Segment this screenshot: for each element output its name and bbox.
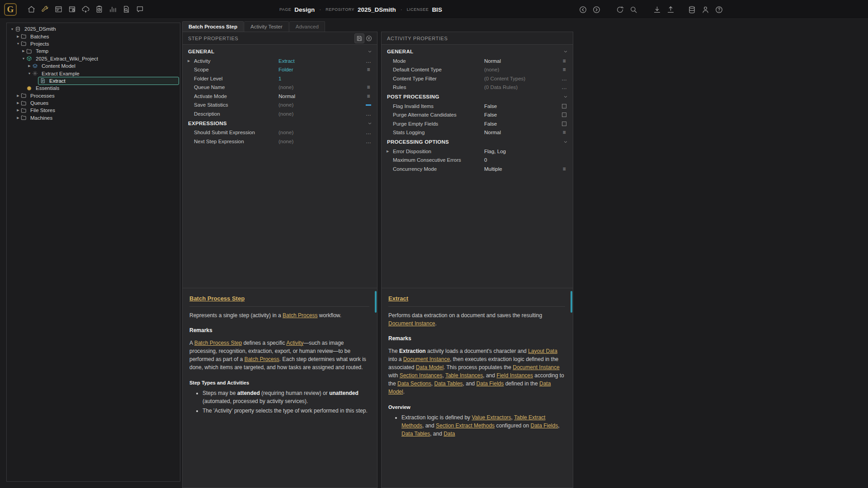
property-row-activity[interactable]: ▶ Activity Extract … [183,56,377,66]
design-tools-button[interactable] [40,4,50,14]
doc-link[interactable]: Layout Data [528,348,557,354]
expander-icon[interactable]: ▶ [21,49,26,53]
licensee-name[interactable]: BIS [432,6,442,13]
expander-icon[interactable]: ▶ [15,94,21,98]
expander-icon[interactable]: ▼ [21,57,26,60]
tree-item-batches[interactable]: ▶ Batches [7,33,180,40]
expand-arrow-icon[interactable]: ▶ [188,59,194,63]
tree-item-machines[interactable]: ▶ Machines [7,114,180,122]
expander-icon[interactable]: ▶ [15,108,21,112]
property-value[interactable]: Normal [484,130,560,135]
property-row-mode[interactable]: Mode Normal ≡ [382,56,573,66]
tree-item-file-stores[interactable]: ▶ File Stores [7,107,180,114]
tree-item-temp[interactable]: ▶ Temp [7,47,180,55]
property-row-default-content-type[interactable]: Default Content Type (none) ≡ [382,66,573,75]
tasks-button[interactable] [94,4,104,14]
doc-link[interactable]: Field Instances [496,372,533,379]
property-value[interactable]: (none) [278,130,364,135]
property-row-scope[interactable]: Scope Folder ≡ [183,66,377,75]
property-value[interactable]: 0 [484,157,560,163]
doc-link[interactable]: Data Tables [434,380,462,387]
menu-button[interactable]: ≡ [560,129,569,136]
doc-title-link[interactable]: Batch Process Step [189,295,245,302]
expander-icon[interactable]: ▼ [9,28,15,31]
property-row-purge-alternate-candidates[interactable]: Purge Alternate Candidates False [382,111,573,120]
property-value[interactable]: (none) [278,102,364,108]
app-logo[interactable]: G [4,3,17,16]
menu-button[interactable]: ≡ [364,84,373,90]
section-general[interactable]: GENERAL [382,47,573,56]
property-row-concurrency-mode[interactable]: Concurrency Mode Multiple ≡ [382,164,573,174]
doc-link[interactable]: Activity [286,340,303,346]
doc-link[interactable]: Section Extract Methods [436,422,495,429]
property-row-error-disposition[interactable]: ▶ Error Disposition Flag, Log [382,147,573,156]
property-value[interactable]: Multiple [484,166,560,172]
property-row-maximum-consecutive-errors[interactable]: Maximum Consecutive Errors 0 [382,156,573,165]
menu-button[interactable]: ≡ [364,66,373,73]
expander-icon[interactable]: ▼ [15,42,21,45]
save-button[interactable] [354,33,364,43]
tree-item-extract-selected[interactable]: Extract [7,77,180,84]
stats-button[interactable] [108,4,118,14]
search-button[interactable] [628,5,639,15]
download-button[interactable] [652,5,662,15]
cancel-button[interactable] [364,34,373,43]
doc-link[interactable]: Data [443,431,455,437]
section-post-processing[interactable]: POST PROCESSING [382,92,573,102]
batches-button[interactable] [67,4,77,14]
expander-icon[interactable]: ▶ [15,35,21,38]
chat-button[interactable] [135,4,145,14]
navigate-back-button[interactable] [578,5,588,15]
tab-activity-tester[interactable]: Activity Tester [244,21,289,32]
property-row-should-submit-expression[interactable]: Should Submit Expression (none) … [183,128,377,137]
menu-button[interactable]: ≡ [364,93,373,99]
tree-item-essentials[interactable]: Essentials [7,84,180,92]
property-row-next-step-expression[interactable]: Next Step Expression (none) … [183,137,377,146]
section-general[interactable]: GENERAL [183,47,377,56]
doc-link[interactable]: Batch Process Step [194,340,242,346]
doc-link[interactable]: Data Tables [401,431,430,437]
doc-link[interactable]: Table Instances [445,372,483,379]
tree-item-repository-root[interactable]: ▼ 2025_DSmith [7,25,180,33]
ellipsis-button[interactable]: … [364,111,373,117]
ellipsis-button[interactable]: … [364,138,373,145]
checkbox[interactable] [562,104,566,108]
property-row-stats-logging[interactable]: Stats Logging Normal ≡ [382,128,573,137]
chevron-down-icon[interactable] [563,139,568,145]
property-value[interactable]: False [484,103,560,109]
tree-item-extract-wiki-project[interactable]: ▼ 2025_Extract_Wiki_Project [7,55,180,62]
property-value[interactable]: (none) [278,139,364,144]
doc-title-link[interactable]: Extract [388,295,408,302]
doc-link[interactable]: Value Extractors [472,414,511,421]
property-value[interactable]: False [484,112,560,117]
tree-item-extract-example[interactable]: ▼ Extract Example [7,70,180,77]
expander-icon[interactable]: ▶ [15,101,21,105]
property-value[interactable]: 1 [278,76,364,81]
chevron-down-icon[interactable] [563,94,568,99]
menu-button[interactable]: ≡ [560,166,569,172]
doc-link[interactable]: Batch Process [244,356,279,362]
property-row-queue-name[interactable]: Queue Name (none) ≡ [183,83,377,92]
property-row-save-statistics[interactable]: Save Statistics (none) [183,101,377,110]
expander-icon[interactable]: ▶ [15,116,21,120]
selected-tree-item-box[interactable]: Extract [38,77,179,85]
refresh-button[interactable] [615,5,625,15]
checkbox[interactable] [562,122,566,126]
docs-scrollbar-thumb[interactable] [571,291,572,313]
repository-button[interactable] [687,5,697,15]
doc-link[interactable]: Section Instances [400,372,443,379]
doc-link[interactable]: Data Fields [531,422,558,429]
repository-name[interactable]: 2025_DSmith [358,6,396,13]
tree-item-projects[interactable]: ▼ Projects [7,40,180,47]
expand-arrow-icon[interactable]: ▶ [387,150,393,153]
user-button[interactable] [700,5,711,15]
property-row-purge-empty-fields[interactable]: Purge Empty Fields False [382,119,573,128]
property-value[interactable]: (none) [278,111,364,117]
property-value[interactable]: Flag, Log [484,149,560,154]
property-row-description[interactable]: Description (none) … [183,109,377,118]
tab-advanced[interactable]: Advanced [289,21,325,32]
ellipsis-button[interactable]: … [560,75,569,82]
checkbox[interactable] [562,113,566,117]
imports-button[interactable] [80,4,91,14]
partial-checkbox-icon[interactable] [366,104,371,106]
